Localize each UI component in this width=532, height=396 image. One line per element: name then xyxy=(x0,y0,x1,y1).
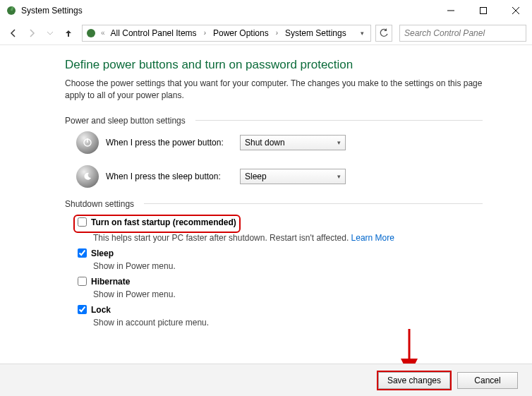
sleep-button-dropdown[interactable]: Sleep ▾ xyxy=(240,169,346,184)
chevron-down-icon: ▾ xyxy=(337,173,341,180)
svg-rect-3 xyxy=(480,8,487,14)
cancel-button[interactable]: Cancel xyxy=(457,372,518,389)
title-bar: System Settings xyxy=(0,0,532,21)
search-input[interactable] xyxy=(399,25,526,42)
save-changes-button[interactable]: Save changes xyxy=(378,372,450,389)
address-bar[interactable]: « All Control Panel Items › Power Option… xyxy=(82,25,371,42)
chevron-right-icon: › xyxy=(201,29,209,37)
learn-more-link[interactable]: Learn More xyxy=(351,233,394,243)
fast-startup-checkbox-label[interactable]: Turn on fast startup (recommended) xyxy=(78,217,236,227)
section-header-buttons: Power and sleep button settings xyxy=(65,116,483,126)
lock-desc: Show in account picture menu. xyxy=(93,318,483,328)
fast-startup-checkbox[interactable] xyxy=(78,217,87,227)
recent-dropdown-icon[interactable] xyxy=(42,25,58,41)
lock-checkbox-label[interactable]: Lock xyxy=(78,305,483,315)
maximize-button[interactable] xyxy=(467,0,500,21)
close-button[interactable] xyxy=(500,0,532,21)
fast-startup-desc: This helps start your PC faster after sh… xyxy=(93,233,483,243)
address-dropdown-icon[interactable]: ▾ xyxy=(356,30,368,37)
power-button-row: When I press the power button: Shut down… xyxy=(76,131,483,154)
sleep-button-value: Sleep xyxy=(245,172,267,181)
fast-startup-text: Turn on fast startup (recommended) xyxy=(91,217,236,227)
sleep-checkbox[interactable] xyxy=(78,248,87,258)
hibernate-checkbox-label[interactable]: Hibernate xyxy=(78,277,483,287)
power-icon xyxy=(76,131,99,154)
sleep-text: Sleep xyxy=(91,248,114,258)
sleep-icon xyxy=(76,165,99,188)
hibernate-desc: Show in Power menu. xyxy=(93,289,483,299)
refresh-button[interactable] xyxy=(375,25,392,42)
app-icon xyxy=(6,5,17,16)
lock-text: Lock xyxy=(91,305,111,315)
footer-bar: Save changes Cancel xyxy=(0,364,532,396)
up-button[interactable] xyxy=(61,25,76,41)
location-icon xyxy=(85,28,97,39)
breadcrumb-item[interactable]: Power Options xyxy=(212,28,270,38)
chevron-left-icon: « xyxy=(99,29,107,37)
hibernate-checkbox[interactable] xyxy=(78,277,87,286)
content-area: Define power buttons and turn on passwor… xyxy=(0,45,532,328)
sleep-button-label: When I press the sleep button: xyxy=(106,172,233,181)
power-button-label: When I press the power button: xyxy=(106,138,233,148)
forward-button[interactable] xyxy=(24,25,40,41)
power-button-value: Shut down xyxy=(245,138,285,148)
page-title: Define power buttons and turn on passwor… xyxy=(65,58,483,72)
breadcrumb-item[interactable]: System Settings xyxy=(284,28,348,38)
sleep-checkbox-label[interactable]: Sleep xyxy=(78,248,483,258)
breadcrumb-item[interactable]: All Control Panel Items xyxy=(109,28,198,38)
chevron-right-icon: › xyxy=(273,29,281,37)
svg-point-6 xyxy=(87,29,95,37)
hibernate-text: Hibernate xyxy=(91,277,130,287)
window-title: System Settings xyxy=(21,6,435,16)
power-button-dropdown[interactable]: Shut down ▾ xyxy=(240,135,346,150)
fast-startup-highlight: Turn on fast startup (recommended) xyxy=(73,215,241,233)
sleep-desc: Show in Power menu. xyxy=(93,261,483,271)
nav-bar: « All Control Panel Items › Power Option… xyxy=(0,21,532,45)
minimize-button[interactable] xyxy=(435,0,467,21)
sleep-button-row: When I press the sleep button: Sleep ▾ xyxy=(76,165,483,188)
section-header-shutdown: Shutdown settings xyxy=(65,199,483,209)
chevron-down-icon: ▾ xyxy=(337,139,341,146)
back-button[interactable] xyxy=(6,25,21,41)
lock-checkbox[interactable] xyxy=(78,305,87,314)
page-description: Choose the power settings that you want … xyxy=(65,78,483,102)
